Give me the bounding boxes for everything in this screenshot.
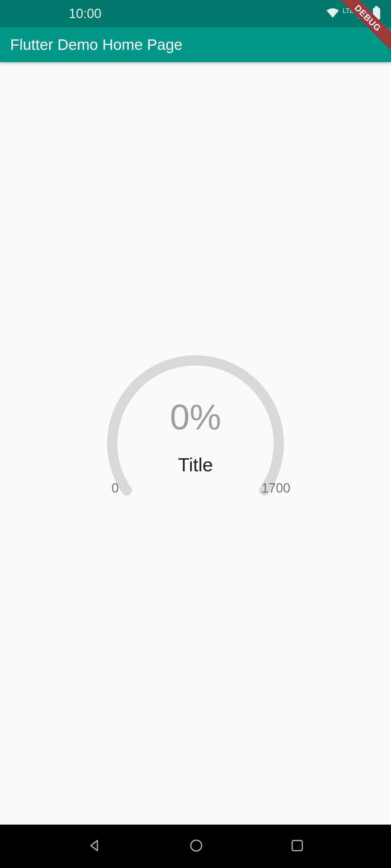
status-time: 10:00 xyxy=(69,6,101,21)
gauge-center: 0% Title xyxy=(105,353,286,534)
gauge-max-label: 1700 xyxy=(261,481,290,496)
svg-rect-1 xyxy=(292,841,302,851)
status-bar: 10:00 LTE xyxy=(0,0,391,27)
body-content: 0% Title 0 1700 xyxy=(0,62,391,825)
svg-point-0 xyxy=(191,840,202,851)
gauge-min-label: 0 xyxy=(112,481,119,496)
gauge-chart: 0% Title 0 1700 xyxy=(105,353,286,534)
app-bar-title: Flutter Demo Home Page xyxy=(10,36,182,54)
gauge-title: Title xyxy=(178,454,213,476)
nav-back-icon[interactable] xyxy=(87,838,102,854)
app-bar: Flutter Demo Home Page xyxy=(0,27,391,62)
nav-recent-icon[interactable] xyxy=(291,839,304,854)
gauge-percent-value: 0% xyxy=(170,397,221,438)
wifi-icon xyxy=(326,8,340,20)
android-nav-bar xyxy=(0,825,391,868)
nav-home-icon[interactable] xyxy=(189,838,203,854)
